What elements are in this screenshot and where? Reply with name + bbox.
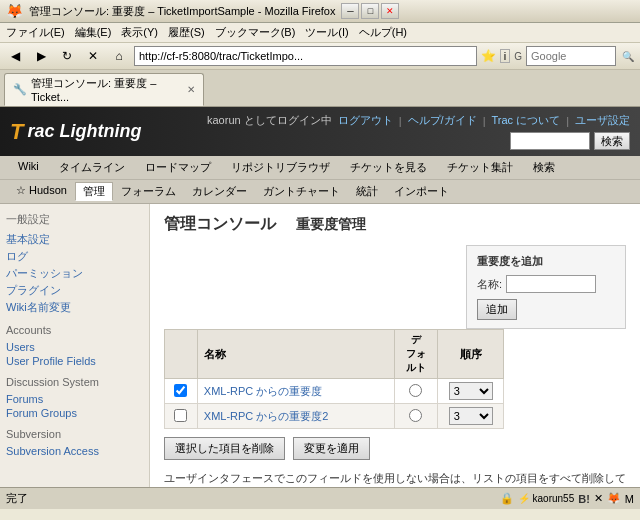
menu-view[interactable]: 表示(Y) [121,25,158,40]
col-header-default: デフォルト [394,330,438,379]
nav-gantt[interactable]: ガントチャート [255,182,348,201]
address-bar[interactable] [134,46,477,66]
apply-button[interactable]: 変更を適用 [293,437,370,460]
close-button[interactable]: ✕ [381,3,399,19]
status-bar: 完了 🔒 ⚡ kaorun55 B! ✕ 🦊 M [0,487,640,509]
status-icon-lock: 🔒 [500,492,514,505]
add-name-label: 名称: [477,277,502,292]
trac-userbar: kaorun としてログイン中 ログアウト | ヘルプ/ガイド | Trac に… [207,113,630,128]
status-text: 完了 [6,491,492,506]
nav-roadmap[interactable]: ロードマップ [135,158,221,177]
trac-logo-text: rac Lightning [27,121,141,142]
status-info: ⚡ kaorun55 [518,493,574,504]
row1-order-select[interactable]: 3 1 2 4 [449,382,493,400]
col-header-order: 順序 [438,330,504,379]
sidebar: 一般設定 基本設定 ログ パーミッション プラグイン Wiki名前変更 Acco… [0,204,150,487]
minimize-button[interactable]: ─ [341,3,359,19]
nav-hudson[interactable]: ☆ Hudson [8,182,75,201]
row2-default-radio[interactable] [409,409,422,422]
home-button[interactable]: ⌂ [108,46,130,66]
browser-titlebar: 🦊 管理コンソール: 重要度 – TicketImportSample - Mo… [0,0,640,23]
nav-stats[interactable]: チケット集計 [437,158,523,177]
add-name-row: 名称: [477,275,615,293]
nav-report-stats[interactable]: 統計 [348,182,386,201]
nav-forum[interactable]: フォーラム [113,182,184,201]
row2-checkbox[interactable] [174,409,187,422]
status-icon-x: ✕ [594,492,603,505]
add-priority-box: 重要度を追加 名称: 追加 [466,245,626,329]
menu-bookmarks[interactable]: ブックマーク(B) [215,25,296,40]
trac-search-button[interactable]: 検索 [594,132,630,150]
menu-edit[interactable]: 編集(E) [75,25,112,40]
user-settings-link[interactable]: ユーザ設定 [575,113,630,128]
menu-history[interactable]: 履歴(S) [168,25,205,40]
about-trac-link[interactable]: Trac について [491,113,560,128]
priority-table: 名称 デフォルト 順序 XML-RPC からの重要度 [164,329,504,429]
reload-button[interactable]: ↻ [56,46,78,66]
row2-order-select[interactable]: 3 1 2 4 [449,407,493,425]
nav-import[interactable]: インポート [386,182,457,201]
tab-close-button[interactable]: ✕ [187,84,195,95]
sidebar-item-permission[interactable]: パーミッション [6,265,143,282]
browser-tabs-bar: 🔧 管理コンソール: 重要度 – Ticket... ✕ [0,70,640,107]
menu-file[interactable]: ファイル(E) [6,25,65,40]
search-submit[interactable]: 🔍 [620,46,636,66]
row1-name-link[interactable]: XML-RPC からの重要度 [204,385,323,397]
active-tab[interactable]: 🔧 管理コンソール: 重要度 – Ticket... ✕ [4,73,204,106]
nav-timeline[interactable]: タイムライン [49,158,135,177]
menu-tools[interactable]: ツール(I) [305,25,348,40]
nav-calendar[interactable]: カレンダー [184,182,255,201]
col-header-check [165,330,198,379]
trac-search-input[interactable] [510,132,590,150]
nav-search[interactable]: 検索 [523,158,565,177]
nav-tickets[interactable]: チケットを見る [340,158,437,177]
status-firefox-icon: 🦊 [607,492,621,505]
stop-button[interactable]: ✕ [82,46,104,66]
status-mail-icon: M [625,493,634,505]
user-text: kaorun としてログイン中 [207,113,332,128]
sidebar-item-basic[interactable]: 基本設定 [6,231,143,248]
logout-link[interactable]: ログアウト [338,113,393,128]
back-button[interactable]: ◀ [4,46,26,66]
row2-name-link[interactable]: XML-RPC からの重要度2 [204,410,329,422]
browser-toolbar: ◀ ▶ ↻ ✕ ⌂ ⭐ i G 🔍 [0,43,640,70]
sidebar-item-users[interactable]: Users [6,340,143,354]
menu-help[interactable]: ヘルプ(H) [359,25,407,40]
row1-checkbox[interactable] [174,384,187,397]
status-icon-b: B! [578,493,590,505]
sidebar-item-log[interactable]: ログ [6,248,143,265]
row1-default-radio[interactable] [409,384,422,397]
nav-repo[interactable]: リポジトリブラウザ [221,158,340,177]
main-area: 一般設定 基本設定 ログ パーミッション プラグイン Wiki名前変更 Acco… [0,204,640,487]
add-priority-button[interactable]: 追加 [477,299,517,320]
google-search[interactable] [526,46,616,66]
nav-admin[interactable]: 管理 [75,182,113,201]
add-name-input[interactable] [506,275,596,293]
window-title: 管理コンソール: 重要度 – TicketImportSample - Mozi… [29,4,335,19]
sidebar-item-plugin[interactable]: プラグイン [6,282,143,299]
sidebar-item-forum-groups[interactable]: Forum Groups [6,406,143,420]
sidebar-item-svn-access[interactable]: Subversion Access [6,444,143,458]
content-area: 管理コンソール 重要度管理 重要度を追加 名称: 追加 [150,204,640,487]
sidebar-item-forums[interactable]: Forums [6,392,143,406]
nav-wiki[interactable]: Wiki [8,158,49,177]
trac-nav-top: Wiki タイムライン ロードマップ リポジトリブラウザ チケットを見る チケッ… [0,156,640,180]
action-buttons: 選択した項目を削除 変更を適用 [164,437,626,460]
help-link[interactable]: ヘルプ/ガイド [408,113,477,128]
info-icon: i [500,49,510,63]
delete-button[interactable]: 選択した項目を削除 [164,437,285,460]
page-title-row: 管理コンソール 重要度管理 [164,214,626,235]
sidebar-item-user-profile[interactable]: User Profile Fields [6,354,143,368]
sidebar-item-wiki-rename[interactable]: Wiki名前変更 [6,299,143,316]
add-box-title: 重要度を追加 [477,254,615,269]
trac-header: T rac Lightning kaorun としてログイン中 ログアウト | … [0,107,640,156]
maximize-button[interactable]: □ [361,3,379,19]
tab-favicon: 🔧 [13,83,27,96]
trac-header-right: kaorun としてログイン中 ログアウト | ヘルプ/ガイド | Trac に… [207,113,630,150]
sidebar-section-general: 一般設定 [6,212,143,227]
col-header-name: 名称 [197,330,394,379]
page-title: 重要度管理 [296,216,366,234]
security-icon: ⭐ [481,49,496,63]
window-controls: ─ □ ✕ [341,3,399,19]
forward-button[interactable]: ▶ [30,46,52,66]
